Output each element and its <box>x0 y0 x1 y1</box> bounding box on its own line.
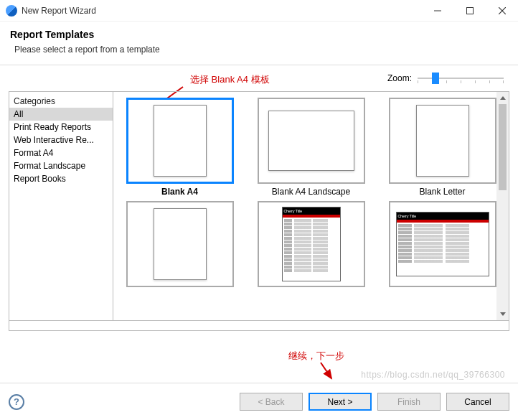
gallery-bottom-border <box>9 321 509 331</box>
template-label: Blank Letter <box>419 187 465 197</box>
template-blank-a4-landscape[interactable]: Blank A4 Landscape <box>252 98 370 197</box>
titlebar: New Report Wizard <box>0 0 518 22</box>
zoom-slider[interactable] <box>418 71 504 85</box>
categories-sidebar: Categories All Print Ready Reports Web I… <box>9 91 113 321</box>
maximize-button[interactable] <box>453 0 486 22</box>
sidebar-item-all[interactable]: All <box>9 108 113 121</box>
annotation-select-template: 选择 Blank A4 模板 <box>190 73 270 86</box>
template-gallery: Blank A4 Blank A4 Landscape Blank Letter… <box>113 91 509 321</box>
wizard-header: Report Templates Please select a report … <box>0 22 518 65</box>
cancel-button[interactable]: Cancel <box>446 393 509 411</box>
template-blank-a4[interactable]: Blank A4 <box>121 98 239 197</box>
template-cherry-portrait[interactable]: Cherry Title <box>252 201 370 287</box>
categories-header: Categories <box>9 95 113 108</box>
zoom-label: Zoom: <box>387 73 412 83</box>
sidebar-item-print-ready[interactable]: Print Ready Reports <box>9 121 113 134</box>
sidebar-item-web-interactive[interactable]: Web Interactive Re... <box>9 134 113 146</box>
finish-button[interactable]: Finish <box>377 393 441 411</box>
template-label: Blank A4 Landscape <box>272 187 350 197</box>
window-title: New Report Wizard <box>22 6 421 16</box>
scroll-thumb[interactable] <box>499 104 507 190</box>
template-cherry-landscape[interactable]: Cherry Title <box>383 201 501 287</box>
page-title: Report Templates <box>10 29 508 40</box>
template-blank-letter[interactable]: Blank Letter <box>383 98 501 197</box>
back-button[interactable]: < Back <box>240 393 303 411</box>
page-subtitle: Please select a report from a template <box>10 45 508 55</box>
sidebar-item-format-landscape[interactable]: Format Landscape <box>9 159 113 172</box>
template-label: Blank A4 <box>161 187 198 197</box>
minimize-button[interactable] <box>421 0 453 22</box>
template-item[interactable] <box>121 201 239 287</box>
sidebar-item-report-books[interactable]: Report Books <box>9 172 113 185</box>
help-icon[interactable]: ? <box>9 394 24 410</box>
next-button[interactable]: Next > <box>309 393 372 411</box>
wizard-footer: ? < Back Next > Finish Cancel <box>0 383 518 420</box>
close-button[interactable] <box>486 0 518 22</box>
svg-line-5 <box>321 363 331 378</box>
scrollbar[interactable] <box>496 92 509 320</box>
sidebar-item-format-a4[interactable]: Format A4 <box>9 146 113 159</box>
arrow-icon <box>310 360 339 382</box>
main-area: Categories All Print Ready Reports Web I… <box>9 91 509 321</box>
scroll-down-button[interactable] <box>496 308 509 320</box>
app-icon <box>6 5 17 17</box>
scroll-up-button[interactable] <box>496 92 509 104</box>
svg-rect-1 <box>466 7 473 14</box>
watermark: https://blog.csdn.net/qq_39766300 <box>361 370 505 380</box>
